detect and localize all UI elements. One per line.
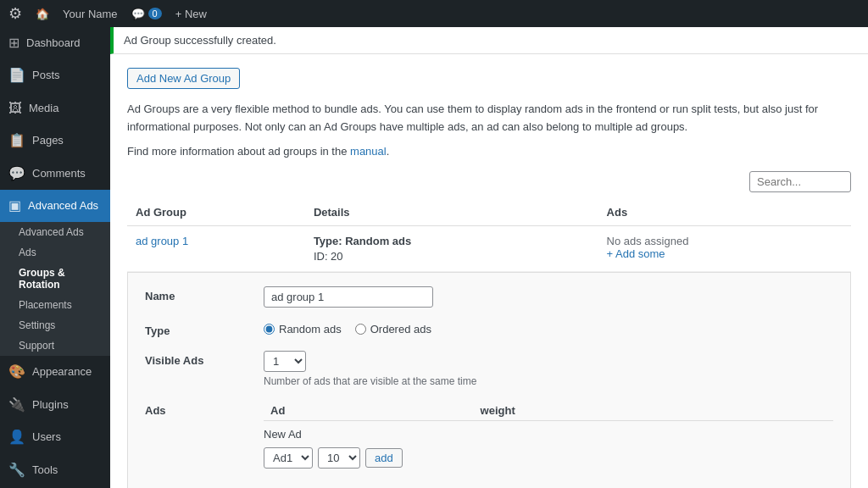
comment-icon: 💬 (131, 8, 145, 20)
sidebar-item-label: Dashboard (26, 36, 81, 51)
comments-link[interactable]: 💬 0 (131, 8, 162, 20)
sidebar-item-posts[interactable]: 📄 Posts (0, 59, 110, 92)
posts-icon: 📄 (8, 66, 25, 85)
sidebar-item-label: Advanced Ads (28, 198, 98, 214)
sidebar-item-users[interactable]: 👤 Users (0, 421, 110, 453)
media-icon: 🖼 (8, 99, 22, 118)
search-row (127, 171, 851, 192)
comments-icon: 💬 (8, 164, 25, 183)
ads-sub-table: Ad weight (264, 401, 833, 421)
new-ad-controls: Ad1 Ad2 Ad3 10 20 5 add (264, 447, 833, 469)
ads-col-ad: Ad (264, 401, 474, 421)
advanced-ads-submenu: Advanced Ads Ads Groups & Rotation Place… (0, 222, 110, 356)
type-label: Type (145, 321, 247, 337)
sidebar-item-dashboard[interactable]: ⊞ Dashboard (0, 27, 110, 59)
edit-form: Name Type Random ads (127, 272, 851, 488)
sidebar-item-label: Users (32, 430, 61, 445)
radio-random-ads[interactable]: Random ads (264, 323, 342, 336)
no-ads-label: No ads assigned (607, 235, 843, 247)
name-input[interactable] (264, 286, 433, 308)
ads-col-weight: weight (474, 401, 833, 421)
advanced-ads-icon: ▣ (8, 197, 21, 215)
new-link[interactable]: + New (175, 8, 207, 20)
manual-link[interactable]: manual (350, 145, 387, 158)
type-control: Random ads Ordered ads (264, 321, 833, 336)
sidebar-item-appearance[interactable]: 🎨 Appearance (0, 356, 110, 388)
form-row-type: Type Random ads Ordered ads (145, 321, 833, 337)
name-control (264, 286, 833, 308)
content-area: Ad Group successfully created. Add New A… (110, 27, 868, 488)
sidebar-item-label: Media (29, 101, 58, 116)
sidebar-item-tools[interactable]: 🔧 Tools (0, 454, 110, 486)
col-header-details: Details (305, 199, 598, 226)
radio-ordered-input[interactable] (355, 324, 366, 335)
add-some-link[interactable]: + Add some (607, 247, 665, 260)
radio-ordered-ads[interactable]: Ordered ads (355, 323, 431, 336)
visible-ads-hint: Number of ads that are visible at the sa… (264, 375, 833, 387)
sidebar-item-label: Plugins (32, 397, 69, 413)
name-label: Name (145, 286, 247, 302)
radio-ordered-label: Ordered ads (370, 323, 431, 336)
visible-ads-control: 1 2 3 Number of ads that are visible at … (264, 351, 833, 387)
success-notice: Ad Group successfully created. (110, 27, 868, 54)
submenu-advanced-ads[interactable]: Advanced Ads (0, 222, 110, 242)
ads-label: Ads (145, 401, 247, 417)
tools-icon: 🔧 (8, 461, 25, 480)
home-icon: 🏠 (36, 8, 49, 20)
col-header-ads: Ads (598, 199, 851, 226)
form-row-name: Name (145, 286, 833, 308)
submenu-ads[interactable]: Ads (0, 242, 110, 263)
visible-ads-select[interactable]: 1 2 3 (264, 351, 306, 372)
find-more-text: Find more information about ad groups in… (127, 145, 851, 158)
radio-random-input[interactable] (264, 324, 275, 335)
form-row-visible-ads: Visible Ads 1 2 3 Number of ads that are… (145, 351, 833, 387)
form-row-ads: Ads Ad weight (145, 401, 833, 469)
comment-count: 0 (148, 8, 162, 19)
pages-icon: 📋 (8, 131, 25, 150)
ad-groups-table: Ad Group Details Ads ad group 1 Type: Ra… (127, 199, 851, 272)
ad-type: Type: Random ads (314, 235, 590, 247)
sidebar-item-plugins[interactable]: 🔌 Plugins (0, 389, 110, 421)
sidebar-item-label: Posts (32, 68, 60, 83)
description-text: Ad Groups are a very flexible method to … (127, 101, 851, 136)
ads-control: Ad weight New Ad (264, 401, 833, 469)
add-new-ad-group-button[interactable]: Add New Ad Group (127, 68, 240, 89)
sidebar-item-comments[interactable]: 💬 Comments (0, 158, 110, 190)
new-ad-label: New Ad (264, 428, 302, 441)
sidebar-item-advanced-ads[interactable]: ▣ Advanced Ads (0, 190, 110, 222)
ad-id: ID: 20 (314, 250, 590, 263)
sidebar-item-label: Appearance (32, 364, 92, 380)
add-ad-button[interactable]: add (365, 448, 403, 468)
submenu-groups-rotation[interactable]: Groups & Rotation (0, 263, 110, 295)
sidebar: ⊞ Dashboard 📄 Posts 🖼 Media 📋 Pages 💬 Co… (0, 27, 110, 488)
submenu-support[interactable]: Support (0, 336, 110, 356)
search-input[interactable] (749, 171, 851, 192)
sidebar-item-media[interactable]: 🖼 Media (0, 92, 110, 125)
sidebar-item-label: Pages (32, 133, 64, 148)
visible-ads-label: Visible Ads (145, 351, 247, 367)
sidebar-item-label: Comments (32, 166, 86, 181)
radio-random-label: Random ads (279, 323, 342, 336)
new-ad-select[interactable]: Ad1 Ad2 Ad3 (264, 447, 313, 469)
new-ad-row: New Ad (264, 428, 833, 441)
wp-logo-icon[interactable]: ⚙ (8, 4, 22, 23)
weight-select[interactable]: 10 20 5 (318, 447, 360, 469)
dashboard-icon: ⊞ (8, 34, 19, 53)
appearance-icon: 🎨 (8, 363, 25, 381)
table-row: ad group 1 Type: Random ads ID: 20 No ad… (127, 225, 851, 271)
plugins-icon: 🔌 (8, 396, 25, 414)
admin-bar: ⚙ 🏠 Your Name 💬 0 + New (0, 0, 868, 27)
site-name[interactable]: Your Name (63, 8, 118, 20)
users-icon: 👤 (8, 428, 25, 446)
ad-group-link[interactable]: ad group 1 (136, 235, 188, 247)
submenu-placements[interactable]: Placements (0, 295, 110, 315)
sidebar-item-label: Tools (32, 463, 58, 478)
col-header-ad-group: Ad Group (127, 199, 305, 226)
sidebar-item-pages[interactable]: 📋 Pages (0, 125, 110, 157)
submenu-settings[interactable]: Settings (0, 315, 110, 336)
